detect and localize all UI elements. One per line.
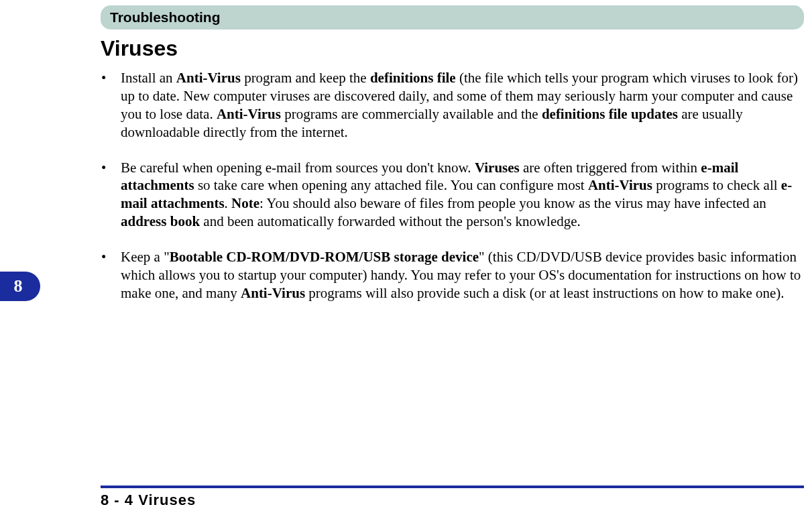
footer-rule: [101, 485, 804, 488]
bullet-marker: •: [101, 159, 121, 231]
footer-text: 8 - 4 Viruses: [101, 492, 196, 509]
bullet-marker: •: [101, 248, 121, 302]
section-banner-title: Troubleshooting: [110, 9, 795, 25]
bullet-list: •Install an Anti-Virus program and keep …: [101, 69, 804, 302]
bullet-text: Keep a "Bootable CD-ROM/DVD-ROM/USB stor…: [121, 248, 804, 302]
bullet-item: •Install an Anti-Virus program and keep …: [101, 69, 804, 141]
bullet-text: Install an Anti-Virus program and keep t…: [121, 69, 804, 141]
bullet-marker: •: [101, 69, 121, 141]
bullet-text: Be careful when opening e-mail from sour…: [121, 159, 804, 231]
page-title: Viruses: [101, 36, 804, 61]
bullet-item: •Keep a "Bootable CD-ROM/DVD-ROM/USB sto…: [101, 248, 804, 302]
bullet-item: •Be careful when opening e-mail from sou…: [101, 159, 804, 231]
section-banner: Troubleshooting: [101, 5, 804, 30]
content-area: Troubleshooting Viruses •Install an Anti…: [101, 5, 804, 320]
chapter-tab: 8: [0, 272, 40, 301]
chapter-number: 8: [14, 276, 23, 296]
